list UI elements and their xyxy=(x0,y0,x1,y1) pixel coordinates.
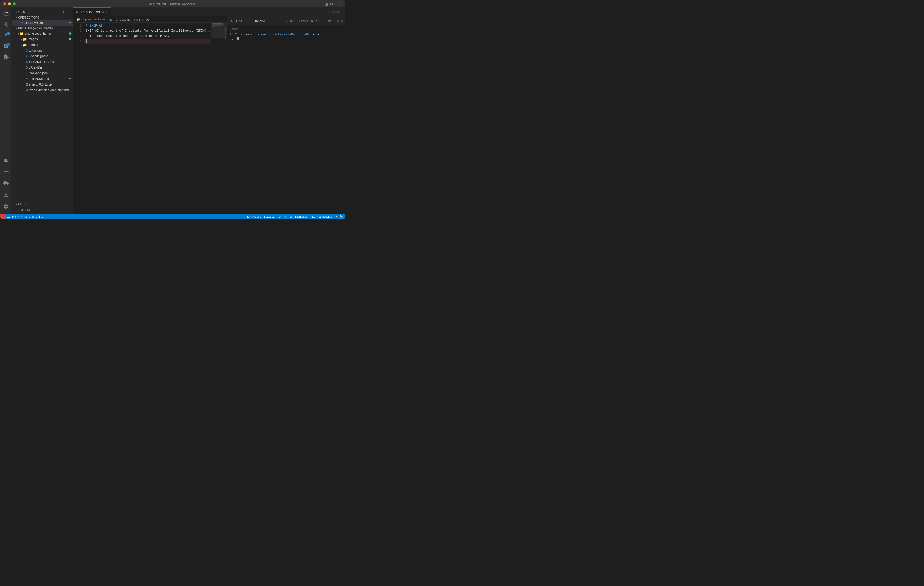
open-editor-readme-name: README.md xyxy=(26,21,69,25)
activity-source-control[interactable]: 7 xyxy=(1,30,11,40)
layout2-icon[interactable]: ⊡ xyxy=(340,2,343,6)
terminal-base-line: (base) xyxy=(229,27,343,32)
sidebar-item-readme[interactable]: M↓ README.md M xyxy=(12,76,73,82)
editor-outer: M↓ README.md M × ▷ ⊡ ⊟ ··· xyxy=(73,7,345,214)
terminal-more-icon[interactable]: ··· xyxy=(333,19,336,23)
title-bar: README.md — Untitled (Workspace) ▣ ⊟ ⊞ ⊡ xyxy=(0,0,345,7)
split-terminal-icon[interactable]: ⊡ xyxy=(323,19,327,23)
add-terminal-icon[interactable]: + xyxy=(320,19,322,23)
activity-docker[interactable] xyxy=(1,178,11,188)
traffic-lights xyxy=(3,2,16,5)
panel-more-icon[interactable]: ··· xyxy=(285,19,288,23)
activity-extensions[interactable] xyxy=(1,52,11,62)
sidebar-item-license[interactable]: © LICENSE xyxy=(12,65,73,70)
more-actions-icon[interactable]: ··· xyxy=(66,9,70,15)
status-warnings[interactable]: 0 xyxy=(36,215,37,218)
activity-accounts[interactable] xyxy=(1,190,11,201)
status-line-ending[interactable]: LF xyxy=(289,215,293,218)
sidebar-item-packagejson[interactable]: { } package.json xyxy=(12,70,73,76)
status-bar: ✕ ⎇ main* ↻ ⊗ 0 ⚠ 0 ℹ 0 Ln 4, Col 1 Spac… xyxy=(0,214,345,219)
status-language[interactable]: Markdown xyxy=(295,215,309,218)
sidebar-item-gitignore[interactable]: ⎔ .gitignore xyxy=(12,48,73,53)
timeline-section[interactable]: ▸ TIMELINE xyxy=(12,207,73,212)
minimap xyxy=(211,23,227,214)
sidebar-item-quickstart[interactable]: M↓ vsc-extension-quickstart.md xyxy=(12,87,73,93)
tab-terminal[interactable]: TERMINAL xyxy=(248,16,267,25)
sidebar-item-changelog[interactable]: ↻ CHANGELOG.md xyxy=(12,59,73,65)
close-button[interactable] xyxy=(3,2,7,5)
status-broadcast-icon[interactable]: 📡 xyxy=(340,215,343,219)
workspace-label: UNTITLED (WORKSPACE) xyxy=(18,27,53,30)
activity-settings[interactable] xyxy=(1,201,11,212)
readme-name: README.md xyxy=(31,77,69,81)
outline-section[interactable]: ▸ OUTLINE xyxy=(12,201,73,207)
activity-env[interactable]: .ENV xyxy=(1,166,11,177)
sidebar-item-vscodeignore[interactable]: ◈ .vscodeignore xyxy=(12,53,73,59)
minimap-marker-4 xyxy=(225,36,226,36)
layout-icon[interactable]: ▣ xyxy=(325,2,328,6)
code-line-4 xyxy=(84,39,211,44)
split-editor-icon[interactable]: ⊡ xyxy=(332,10,335,14)
status-kite[interactable]: kite: not installed xyxy=(311,215,332,218)
code-area[interactable]: # SHIP-AI SHIP-AI is a part of Institute… xyxy=(84,23,211,214)
gitignore-name: .gitignore xyxy=(29,49,73,52)
status-spaces[interactable]: Spaces: 4 xyxy=(264,215,276,218)
editor-layout-icon[interactable]: ⊟ xyxy=(336,10,339,14)
minimap-marker-5 xyxy=(225,38,226,39)
breadcrumb-symbol[interactable]: # # SHIP-AI xyxy=(133,18,149,21)
status-branch[interactable]: main* xyxy=(12,215,19,218)
breadcrumb-file[interactable]: M↓ README.md xyxy=(109,18,130,21)
ship-vscode-theme-name: ship-vscode-theme xyxy=(25,32,69,35)
terminal-input-line[interactable]: <> _ xyxy=(229,37,343,42)
activity-run[interactable]: 1 xyxy=(1,41,11,51)
open-editor-readme[interactable]: M↓ README.md M xyxy=(12,20,73,26)
panel-close-icon[interactable]: × xyxy=(341,19,343,23)
status-errors[interactable]: 0 xyxy=(29,215,30,218)
bc-file-name: README.md xyxy=(114,18,130,21)
workspace-section[interactable]: ▾ UNTITLED (WORKSPACE) xyxy=(12,26,73,31)
status-encoding[interactable]: UTF-8 xyxy=(279,215,287,218)
status-info[interactable]: 0 xyxy=(41,215,43,218)
editor-more-icon[interactable]: ··· xyxy=(340,10,343,14)
files-icon xyxy=(3,11,9,16)
tab-readme-icon: M↓ xyxy=(76,11,80,14)
tab-readme-close[interactable]: × xyxy=(106,10,108,14)
sidebar-item-images[interactable]: ▸ 📁 images xyxy=(12,36,73,42)
sidebar-item-ship-vscode-theme[interactable]: ▾ 📁 ship-vscode-theme xyxy=(12,31,73,36)
activity-flask[interactable] xyxy=(1,156,11,166)
terminal-on: on xyxy=(268,32,271,37)
vscodeignore-name: .vscodeignore xyxy=(29,54,73,58)
status-remote-icon[interactable]: ⇄ xyxy=(335,215,337,219)
split-icon[interactable]: ⊟ xyxy=(330,2,333,6)
new-file-icon[interactable]: + xyxy=(62,9,65,15)
git-file-icon: ⎔ xyxy=(26,49,28,52)
tab-output[interactable]: OUTPUT xyxy=(229,16,246,25)
activity-search[interactable] xyxy=(1,19,11,30)
tab-readme-name: README.md xyxy=(81,10,100,14)
status-error-indicator[interactable]: ✕ xyxy=(0,214,6,219)
timeline-arrow: ▸ xyxy=(16,209,17,211)
activity-explorer[interactable] xyxy=(1,8,11,19)
vsix-name: ship-ai-0.0.1.vsix xyxy=(29,83,73,86)
tab-readme[interactable]: M↓ README.md M × xyxy=(73,7,111,16)
minimize-button[interactable] xyxy=(8,2,11,5)
quickstart-icon: M↓ xyxy=(26,89,30,92)
terminal-content[interactable]: (base) 16:24:28 as vicparmar on Vickys-M… xyxy=(227,26,345,214)
sync-icon[interactable]: ↻ xyxy=(21,215,23,219)
extensions-icon xyxy=(3,54,9,60)
line1-content: # SHIP-AI xyxy=(86,23,102,28)
run-file-icon[interactable]: ▷ xyxy=(328,10,331,14)
images-name: images xyxy=(28,37,69,41)
grid-icon[interactable]: ⊞ xyxy=(335,2,338,6)
open-editors-section[interactable]: ▾ OPEN EDITORS xyxy=(12,15,73,20)
folder-icon-themes: 📁 xyxy=(23,43,27,47)
warning-icon[interactable]: ⚠ xyxy=(315,19,318,23)
panel-chevron-icon[interactable]: ∧ xyxy=(337,19,340,23)
status-line-col[interactable]: Ln 4, Col 1 xyxy=(247,215,261,218)
sidebar-actions: + ··· xyxy=(62,9,70,15)
sidebar-item-themes[interactable]: ▸ 📁 themes xyxy=(12,42,73,48)
sidebar-item-vsix[interactable]: ⊞ ship-ai-0.0.1.vsix xyxy=(12,82,73,87)
maximize-button[interactable] xyxy=(13,2,16,5)
breadcrumb-folder[interactable]: 📁 ship-vscode-theme xyxy=(77,18,106,21)
trash-terminal-icon[interactable]: 🗑 xyxy=(328,19,331,23)
